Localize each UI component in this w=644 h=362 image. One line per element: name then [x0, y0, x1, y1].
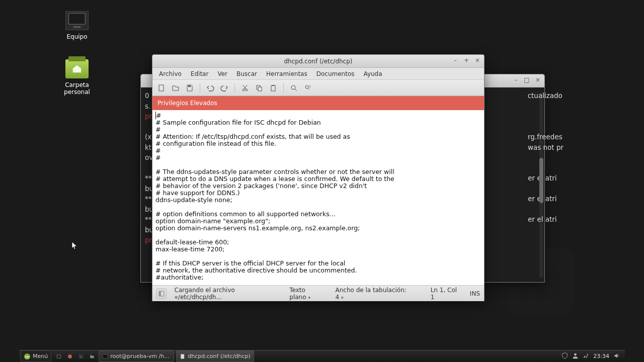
menu-ver[interactable]: Ver — [214, 69, 231, 78]
terminal-scrollbar[interactable] — [539, 93, 543, 278]
shield-icon[interactable] — [561, 352, 568, 360]
volume-icon[interactable] — [613, 352, 620, 360]
gedit-statusbar: Cargando el archivo «/etc/dhcp/dh... Tex… — [152, 285, 484, 301]
terminal-launcher[interactable]: $ — [75, 350, 87, 362]
svg-point-20 — [69, 355, 71, 357]
menu-ayuda[interactable]: Ayuda — [360, 69, 385, 78]
gedit-title: dhcpd.conf (/etc/dhcp) — [284, 58, 352, 65]
menu-button[interactable]: m Menú — [20, 350, 51, 362]
separator — [200, 83, 200, 93]
separator — [283, 83, 284, 93]
status-language[interactable]: Texto plano — [289, 287, 327, 301]
status-loading: Cargando el archivo «/etc/dhcp/dh... — [175, 287, 282, 301]
svg-rect-2 — [69, 13, 86, 24]
svg-rect-5 — [188, 85, 191, 87]
home-folder-icon — [65, 59, 89, 78]
desktop-icon-computer[interactable]: Equipo — [52, 11, 102, 40]
gedit-window[interactable]: dhcpd.conf (/etc/dhcp) – + × Archivo Edi… — [152, 54, 485, 301]
undo-button[interactable] — [204, 82, 216, 94]
system-tray: 23:34 — [558, 350, 625, 362]
svg-rect-3 — [73, 26, 81, 28]
clock[interactable]: 23:34 — [593, 353, 609, 359]
desktop-icon-home[interactable]: Carpeta personal — [52, 59, 102, 96]
copy-button[interactable] — [253, 82, 265, 94]
redo-button[interactable] — [218, 82, 230, 94]
task-terminal[interactable]: root@prueba-vm /h... — [99, 350, 174, 362]
desktop-icon-label: Carpeta personal — [52, 81, 102, 96]
svg-rect-4 — [159, 85, 164, 91]
svg-point-25 — [574, 353, 577, 355]
menu-herramientas[interactable]: Herramientas — [263, 69, 311, 78]
menu-documentos[interactable]: Documentos — [313, 69, 358, 78]
privilege-warning: Privilegios Elevados — [152, 96, 484, 110]
show-desktop-button[interactable] — [53, 350, 64, 362]
desktop: m Equipo Carpeta personal – □ × 0 ctuali… — [0, 0, 644, 362]
firefox-launcher[interactable] — [64, 350, 75, 362]
status-cursor-pos: Ln 1, Col 1 — [431, 287, 462, 301]
minimize-button[interactable]: – — [452, 57, 459, 64]
minimize-button[interactable]: – — [512, 76, 519, 83]
menu-buscar[interactable]: Buscar — [233, 69, 261, 78]
gedit-editor[interactable]: # # Sample configuration file for ISC dh… — [152, 110, 484, 285]
cut-button[interactable] — [239, 82, 251, 94]
network-icon[interactable] — [583, 352, 589, 360]
svg-rect-23 — [103, 354, 108, 358]
close-button[interactable]: × — [534, 76, 541, 83]
maximize-button[interactable]: □ — [523, 76, 530, 83]
desktop-icon-label: Equipo — [52, 33, 102, 40]
search-button[interactable] — [288, 82, 300, 94]
svg-rect-11 — [272, 85, 274, 86]
save-button[interactable] — [184, 82, 196, 94]
svg-rect-18 — [57, 354, 61, 357]
cursor-icon — [71, 241, 78, 250]
gedit-menubar: Archivo Editar Ver Buscar Herramientas D… — [152, 68, 484, 80]
svg-text:m: m — [25, 354, 30, 359]
paste-button[interactable] — [267, 82, 279, 94]
gedit-toolbar — [152, 80, 484, 96]
svg-rect-24 — [181, 354, 184, 358]
menu-editar[interactable]: Editar — [187, 69, 212, 78]
svg-text:$: $ — [80, 355, 82, 357]
svg-rect-15 — [159, 291, 161, 296]
files-launcher[interactable] — [87, 350, 98, 362]
close-button[interactable]: × — [474, 57, 481, 64]
replace-button[interactable] — [302, 82, 314, 94]
open-button[interactable] — [170, 82, 182, 94]
computer-icon — [65, 11, 89, 30]
gedit-titlebar[interactable]: dhcpd.conf (/etc/dhcp) – + × — [152, 55, 484, 68]
svg-rect-10 — [271, 85, 275, 91]
separator — [234, 83, 235, 93]
task-gedit[interactable]: dhcpd.conf (/etc/dhcp) — [176, 350, 254, 362]
new-button[interactable] — [155, 82, 168, 94]
maximize-button[interactable]: + — [463, 57, 470, 64]
status-ins[interactable]: INS — [470, 290, 480, 297]
menu-archivo[interactable]: Archivo — [155, 69, 185, 78]
sidepanel-button[interactable] — [156, 289, 167, 299]
svg-rect-9 — [258, 87, 262, 91]
status-tabwidth[interactable]: Ancho de la tabulación: 4 — [335, 287, 414, 301]
user-icon[interactable] — [572, 352, 579, 360]
taskbar: m Menú $ root@prueba-vm /h... dhcpd.conf… — [19, 350, 625, 362]
svg-point-12 — [291, 85, 295, 89]
